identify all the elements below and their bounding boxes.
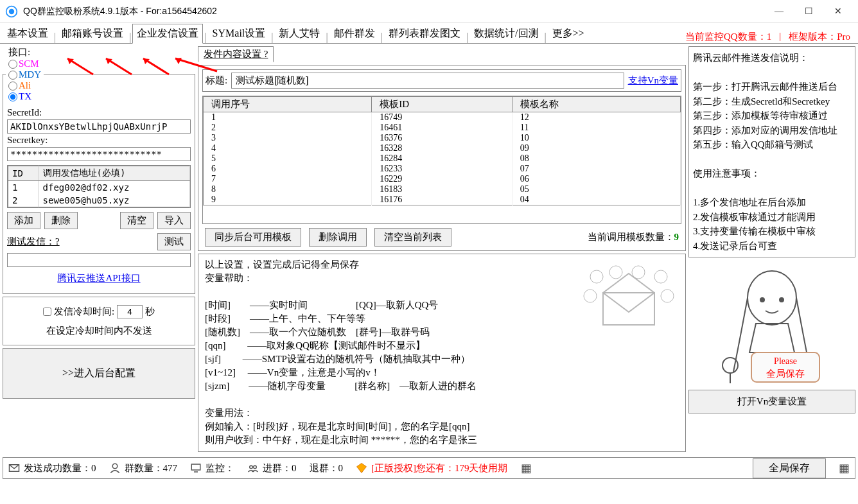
cooldown-checkbox[interactable]: [43, 308, 51, 316]
sent-count: 发送成功数量：0: [24, 462, 96, 474]
svg-point-4: [609, 266, 622, 279]
monitor-count: 当前监控QQ数量：1: [685, 31, 771, 43]
table-row: 1dfeg002@df02.xyz: [8, 181, 190, 195]
clear-button[interactable]: 清空: [120, 212, 153, 229]
global-save-button[interactable]: 全局保存: [753, 458, 826, 478]
table-row: 11674912: [204, 112, 681, 123]
interface-fieldset: 接口: SCM MDY Ali TX SecretId: Secretkey: …: [3, 46, 195, 294]
cooldown-box: 发信冷却时间: 秒 在设定冷却时间内不发送: [3, 297, 195, 345]
open-vn-settings-button[interactable]: 打开Vn变量设置: [688, 390, 855, 413]
mail-icon: [8, 462, 20, 474]
test-input[interactable]: [7, 253, 191, 267]
content-settings-tab[interactable]: 发件内容设置 ?: [198, 46, 274, 62]
svg-point-22: [254, 465, 257, 469]
secretid-label: SecretId:: [7, 107, 191, 118]
tab-enterprise-send[interactable]: 企业发信设置: [132, 24, 203, 44]
minimize-button[interactable]: —: [764, 2, 794, 21]
svg-point-8: [661, 290, 674, 302]
vn-support-link[interactable]: 支持Vn变量: [628, 74, 678, 87]
tab-newcomer-at[interactable]: 新人艾特: [274, 24, 324, 43]
table-row: 31637610: [204, 133, 681, 143]
table-row: 41632809: [204, 143, 681, 153]
table-row: 2sewe005@hu05.xyz: [8, 194, 190, 207]
monitor-status: 监控：: [206, 462, 234, 474]
character-illustration: Please 全局保存: [688, 263, 855, 385]
group-icon: [247, 462, 259, 474]
svg-point-10: [760, 297, 765, 302]
help-box: 以上设置，设置完成后记得全局保存 变量帮助： [时间] ——实时时间 [QQ]—…: [198, 254, 686, 452]
leave-count: 退群：0: [310, 462, 344, 474]
mail-illustration-icon: [577, 261, 680, 338]
tab-mail-mass[interactable]: 邮件群发: [329, 24, 380, 43]
svg-rect-19: [191, 464, 200, 470]
framework-version: 框架版本：Pro: [789, 31, 850, 43]
svg-point-12: [722, 358, 738, 373]
radio-tx[interactable]: TX: [8, 91, 41, 102]
delete-call-button[interactable]: 删除调用: [309, 228, 367, 247]
cooldown-input[interactable]: [117, 305, 143, 318]
table-row: 21646111: [204, 123, 681, 133]
join-count: 进群：0: [263, 462, 297, 474]
svg-text:全局保存: 全局保存: [766, 369, 805, 379]
svg-rect-2: [603, 293, 654, 325]
table-row: 81618305: [204, 184, 681, 195]
window-title: QQ群监控吸粉系统4.9.1版本 - For:a1564542602: [23, 6, 764, 17]
auth-status: [正版授权]您还有：179天使用期: [371, 462, 508, 474]
svg-point-21: [250, 465, 253, 469]
statusbar: 发送成功数量：0 群数量：477 监控： 进群：0 退群：0 [正版授权]您还有…: [3, 457, 855, 479]
maximize-button[interactable]: ☐: [794, 2, 823, 21]
app-icon: [5, 5, 18, 18]
instructions-box: 腾讯云邮件推送发信说明： 第一步：打开腾讯云邮件推送后台 第二步：生成Secre…: [688, 46, 855, 257]
sync-templates-button[interactable]: 同步后台可用模板: [205, 228, 301, 247]
table-row: 91617604: [204, 195, 681, 205]
svg-point-9: [748, 271, 796, 325]
svg-point-11: [779, 297, 784, 302]
tab-group-mass[interactable]: 群列表群发图文: [384, 24, 465, 43]
titlebar: QQ群监控吸粉系统4.9.1版本 - For:a1564542602 — ☐ ✕: [0, 0, 858, 23]
table-row: 51628408: [204, 153, 681, 164]
tab-email-account[interactable]: 邮箱账号设置: [57, 24, 128, 43]
import-button[interactable]: 导入: [157, 212, 191, 229]
address-table[interactable]: ID调用发信地址(必填) 1dfeg002@df02.xyz 2sewe005@…: [7, 165, 191, 208]
title-label: 标题:: [206, 74, 227, 87]
clear-list-button[interactable]: 清空当前列表: [374, 228, 451, 247]
delete-button[interactable]: 删除: [44, 212, 78, 229]
tab-more[interactable]: 更多>>: [548, 24, 589, 43]
close-button[interactable]: ✕: [823, 2, 853, 21]
svg-point-3: [590, 270, 603, 283]
decoration-icon: ▦: [521, 461, 532, 475]
table-row: 71622906: [204, 174, 681, 184]
interface-legend: 接口: SCM MDY Ali TX: [6, 46, 44, 102]
radio-ali[interactable]: Ali: [8, 80, 41, 91]
add-button[interactable]: 添加: [7, 212, 40, 229]
person-icon: [109, 462, 121, 474]
cooldown-note: 在设定冷却时间内不发送: [11, 325, 187, 337]
svg-point-1: [9, 8, 14, 13]
tab-basic[interactable]: 基本设置: [3, 24, 53, 43]
secretid-input[interactable]: [7, 119, 191, 134]
title-input[interactable]: [231, 73, 624, 89]
radio-scm[interactable]: SCM: [8, 58, 41, 69]
monitor-icon: [190, 462, 202, 474]
group-count: 群数量：477: [125, 462, 178, 474]
radio-mdy[interactable]: MDY: [8, 69, 41, 80]
template-count: 当前调用模板数量：9: [588, 231, 679, 243]
svg-point-6: [654, 270, 667, 283]
enter-backend-button[interactable]: >>进入后台配置: [3, 348, 195, 399]
template-table[interactable]: 调用序号模板ID模板名称 11674912 21646111 31637610 …: [202, 96, 681, 224]
diamond-icon: [356, 462, 367, 474]
main-tabs: 基本设置| 邮箱账号设置| 企业发信设置| SYMail设置| 新人艾特| 邮件…: [0, 23, 858, 44]
tab-symail[interactable]: SYMail设置: [208, 24, 270, 43]
svg-point-5: [632, 266, 645, 279]
api-link[interactable]: 腾讯云推送API接口: [7, 267, 191, 290]
table-row: 61623307: [204, 164, 681, 174]
svg-point-7: [584, 290, 597, 302]
tab-stats[interactable]: 数据统计/回测: [469, 24, 543, 43]
secretkey-input[interactable]: [7, 147, 191, 161]
test-send-label: 测试发信：?: [7, 236, 60, 248]
svg-point-18: [112, 464, 118, 469]
secretkey-label: Secretkey:: [7, 135, 191, 146]
decoration-icon: ▦: [839, 461, 850, 475]
test-button[interactable]: 测试: [157, 233, 191, 250]
svg-text:Please: Please: [774, 356, 797, 366]
